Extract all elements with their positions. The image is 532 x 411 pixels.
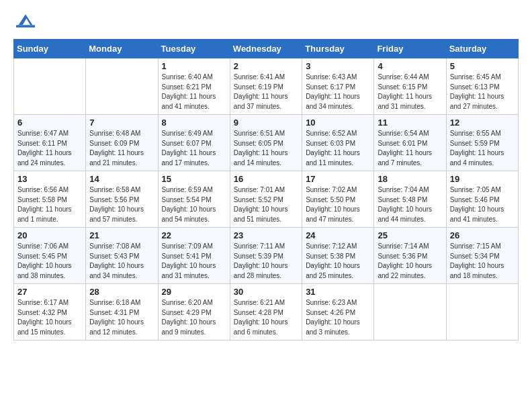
day-number: 14 xyxy=(89,174,154,184)
day-number: 11 xyxy=(378,118,442,128)
day-detail: Sunrise: 6:45 AM Sunset: 6:13 PM Dayligh… xyxy=(450,73,515,111)
day-cell: 8Sunrise: 6:49 AM Sunset: 6:07 PM Daylig… xyxy=(158,115,230,171)
day-cell: 5Sunrise: 6:45 AM Sunset: 6:13 PM Daylig… xyxy=(446,58,518,115)
weekday-sunday: Sunday xyxy=(14,40,86,58)
day-number: 28 xyxy=(89,287,154,297)
day-number: 24 xyxy=(306,230,370,240)
day-cell: 1Sunrise: 6:40 AM Sunset: 6:21 PM Daylig… xyxy=(158,58,230,115)
day-number: 3 xyxy=(306,61,370,71)
day-cell: 31Sunrise: 6:23 AM Sunset: 4:26 PM Dayli… xyxy=(302,284,374,340)
day-detail: Sunrise: 7:15 AM Sunset: 5:34 PM Dayligh… xyxy=(450,242,515,281)
weekday-thursday: Thursday xyxy=(302,40,374,58)
day-number: 17 xyxy=(306,174,370,184)
day-detail: Sunrise: 7:09 AM Sunset: 5:41 PM Dayligh… xyxy=(162,242,226,281)
day-cell: 16Sunrise: 7:01 AM Sunset: 5:52 PM Dayli… xyxy=(230,171,302,228)
weekday-friday: Friday xyxy=(374,40,446,58)
day-detail: Sunrise: 7:05 AM Sunset: 5:46 PM Dayligh… xyxy=(450,185,515,224)
day-number: 8 xyxy=(162,118,226,128)
day-cell: 25Sunrise: 7:14 AM Sunset: 5:36 PM Dayli… xyxy=(374,228,446,284)
day-cell: 4Sunrise: 6:44 AM Sunset: 6:15 PM Daylig… xyxy=(374,58,446,115)
day-cell: 2Sunrise: 6:41 AM Sunset: 6:19 PM Daylig… xyxy=(230,58,302,115)
day-detail: Sunrise: 6:55 AM Sunset: 5:59 PM Dayligh… xyxy=(450,129,515,168)
day-number: 13 xyxy=(17,174,82,184)
day-cell: 26Sunrise: 7:15 AM Sunset: 5:34 PM Dayli… xyxy=(446,228,518,284)
day-number: 20 xyxy=(17,230,82,240)
day-detail: Sunrise: 6:23 AM Sunset: 4:26 PM Dayligh… xyxy=(306,298,370,337)
svg-rect-2 xyxy=(16,25,35,28)
day-cell: 14Sunrise: 6:58 AM Sunset: 5:56 PM Dayli… xyxy=(86,171,158,228)
day-detail: Sunrise: 7:08 AM Sunset: 5:43 PM Dayligh… xyxy=(89,242,154,281)
day-detail: Sunrise: 6:59 AM Sunset: 5:54 PM Dayligh… xyxy=(162,185,226,224)
week-row-5: 27Sunrise: 6:17 AM Sunset: 4:32 PM Dayli… xyxy=(14,284,519,340)
weekday-saturday: Saturday xyxy=(446,40,518,58)
day-detail: Sunrise: 6:17 AM Sunset: 4:32 PM Dayligh… xyxy=(17,298,82,337)
page: SundayMondayTuesdayWednesdayThursdayFrid… xyxy=(0,0,532,411)
weekday-tuesday: Tuesday xyxy=(158,40,230,58)
day-number: 18 xyxy=(378,174,442,184)
day-cell: 19Sunrise: 7:05 AM Sunset: 5:46 PM Dayli… xyxy=(446,171,518,228)
day-detail: Sunrise: 6:51 AM Sunset: 6:05 PM Dayligh… xyxy=(234,129,298,168)
day-detail: Sunrise: 7:06 AM Sunset: 5:45 PM Dayligh… xyxy=(17,242,82,281)
day-cell: 10Sunrise: 6:52 AM Sunset: 6:03 PM Dayli… xyxy=(302,115,374,171)
day-cell: 30Sunrise: 6:21 AM Sunset: 4:28 PM Dayli… xyxy=(230,284,302,340)
day-number: 22 xyxy=(162,230,226,240)
day-cell: 17Sunrise: 7:02 AM Sunset: 5:50 PM Dayli… xyxy=(302,171,374,228)
day-cell: 27Sunrise: 6:17 AM Sunset: 4:32 PM Dayli… xyxy=(14,284,86,340)
day-cell: 29Sunrise: 6:20 AM Sunset: 4:29 PM Dayli… xyxy=(158,284,230,340)
day-number: 30 xyxy=(234,287,298,297)
day-number: 10 xyxy=(306,118,370,128)
day-number: 23 xyxy=(234,230,298,240)
day-cell: 6Sunrise: 6:47 AM Sunset: 6:11 PM Daylig… xyxy=(14,115,86,171)
day-cell xyxy=(86,58,158,115)
day-cell: 21Sunrise: 7:08 AM Sunset: 5:43 PM Dayli… xyxy=(86,228,158,284)
day-detail: Sunrise: 6:48 AM Sunset: 6:09 PM Dayligh… xyxy=(89,129,154,168)
day-cell: 18Sunrise: 7:04 AM Sunset: 5:48 PM Dayli… xyxy=(374,171,446,228)
day-number: 16 xyxy=(234,174,298,184)
day-cell: 11Sunrise: 6:54 AM Sunset: 6:01 PM Dayli… xyxy=(374,115,446,171)
header xyxy=(13,11,519,32)
day-number: 15 xyxy=(162,174,226,184)
day-number: 26 xyxy=(450,230,515,240)
day-cell: 13Sunrise: 6:56 AM Sunset: 5:58 PM Dayli… xyxy=(14,171,86,228)
day-number: 7 xyxy=(89,118,154,128)
day-cell: 24Sunrise: 7:12 AM Sunset: 5:38 PM Dayli… xyxy=(302,228,374,284)
day-detail: Sunrise: 7:14 AM Sunset: 5:36 PM Dayligh… xyxy=(378,242,442,281)
day-cell: 23Sunrise: 7:11 AM Sunset: 5:39 PM Dayli… xyxy=(230,228,302,284)
day-detail: Sunrise: 6:41 AM Sunset: 6:19 PM Dayligh… xyxy=(234,73,298,111)
day-cell: 20Sunrise: 7:06 AM Sunset: 5:45 PM Dayli… xyxy=(14,228,86,284)
week-row-3: 13Sunrise: 6:56 AM Sunset: 5:58 PM Dayli… xyxy=(14,171,519,228)
weekday-header-row: SundayMondayTuesdayWednesdayThursdayFrid… xyxy=(14,40,519,58)
week-row-1: 1Sunrise: 6:40 AM Sunset: 6:21 PM Daylig… xyxy=(14,58,519,115)
day-cell: 15Sunrise: 6:59 AM Sunset: 5:54 PM Dayli… xyxy=(158,171,230,228)
logo xyxy=(13,11,35,32)
day-detail: Sunrise: 6:58 AM Sunset: 5:56 PM Dayligh… xyxy=(89,185,154,224)
day-cell: 3Sunrise: 6:43 AM Sunset: 6:17 PM Daylig… xyxy=(302,58,374,115)
day-detail: Sunrise: 6:52 AM Sunset: 6:03 PM Dayligh… xyxy=(306,129,370,168)
week-row-2: 6Sunrise: 6:47 AM Sunset: 6:11 PM Daylig… xyxy=(14,115,519,171)
weekday-monday: Monday xyxy=(86,40,158,58)
day-detail: Sunrise: 6:49 AM Sunset: 6:07 PM Dayligh… xyxy=(162,129,226,168)
day-detail: Sunrise: 6:40 AM Sunset: 6:21 PM Dayligh… xyxy=(162,73,226,111)
day-cell xyxy=(374,284,446,340)
day-detail: Sunrise: 6:21 AM Sunset: 4:28 PM Dayligh… xyxy=(234,298,298,337)
day-cell: 22Sunrise: 7:09 AM Sunset: 5:41 PM Dayli… xyxy=(158,228,230,284)
day-number: 1 xyxy=(162,61,226,71)
day-detail: Sunrise: 7:12 AM Sunset: 5:38 PM Dayligh… xyxy=(306,242,370,281)
calendar-table: SundayMondayTuesdayWednesdayThursdayFrid… xyxy=(13,39,519,340)
day-cell: 7Sunrise: 6:48 AM Sunset: 6:09 PM Daylig… xyxy=(86,115,158,171)
day-cell xyxy=(446,284,518,340)
day-detail: Sunrise: 7:11 AM Sunset: 5:39 PM Dayligh… xyxy=(234,242,298,281)
day-detail: Sunrise: 6:20 AM Sunset: 4:29 PM Dayligh… xyxy=(162,298,226,337)
week-row-4: 20Sunrise: 7:06 AM Sunset: 5:45 PM Dayli… xyxy=(14,228,519,284)
day-cell xyxy=(14,58,86,115)
day-detail: Sunrise: 6:18 AM Sunset: 4:31 PM Dayligh… xyxy=(89,298,154,337)
day-number: 27 xyxy=(17,287,82,297)
day-detail: Sunrise: 6:43 AM Sunset: 6:17 PM Dayligh… xyxy=(306,73,370,111)
day-number: 4 xyxy=(378,61,442,71)
day-cell: 28Sunrise: 6:18 AM Sunset: 4:31 PM Dayli… xyxy=(86,284,158,340)
day-number: 2 xyxy=(234,61,298,71)
day-detail: Sunrise: 6:56 AM Sunset: 5:58 PM Dayligh… xyxy=(17,185,82,224)
day-number: 12 xyxy=(450,118,515,128)
day-detail: Sunrise: 6:47 AM Sunset: 6:11 PM Dayligh… xyxy=(17,129,82,168)
logo-icon xyxy=(16,11,35,30)
